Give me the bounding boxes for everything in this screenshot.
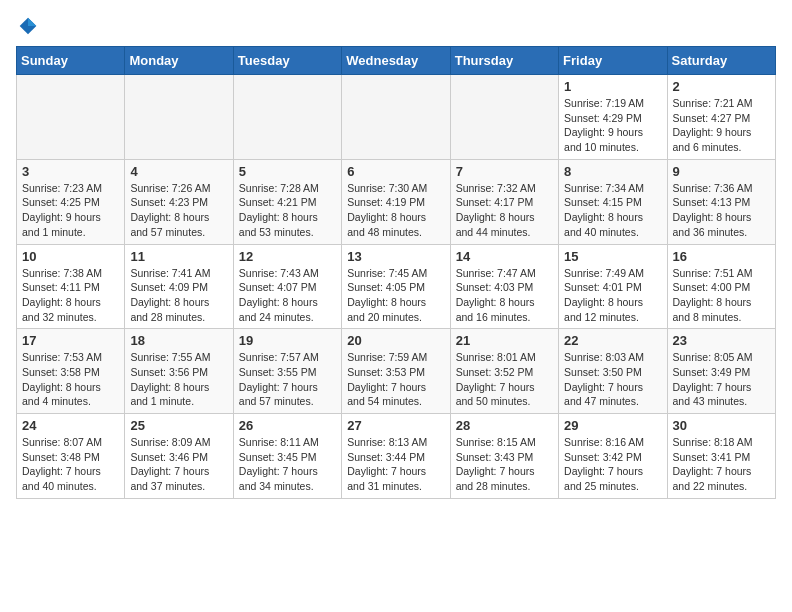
day-cell: 16Sunrise: 7:51 AMSunset: 4:00 PMDayligh… <box>667 244 775 329</box>
header <box>16 16 776 36</box>
day-info: Sunrise: 7:51 AMSunset: 4:00 PMDaylight:… <box>673 266 770 325</box>
day-cell: 1Sunrise: 7:19 AMSunset: 4:29 PMDaylight… <box>559 75 667 160</box>
day-number: 13 <box>347 249 444 264</box>
day-info: Sunrise: 8:11 AMSunset: 3:45 PMDaylight:… <box>239 435 336 494</box>
day-cell <box>342 75 450 160</box>
week-row-5: 24Sunrise: 8:07 AMSunset: 3:48 PMDayligh… <box>17 414 776 499</box>
day-info: Sunrise: 7:45 AMSunset: 4:05 PMDaylight:… <box>347 266 444 325</box>
day-info: Sunrise: 8:18 AMSunset: 3:41 PMDaylight:… <box>673 435 770 494</box>
day-info: Sunrise: 8:15 AMSunset: 3:43 PMDaylight:… <box>456 435 553 494</box>
day-cell: 21Sunrise: 8:01 AMSunset: 3:52 PMDayligh… <box>450 329 558 414</box>
header-row: SundayMondayTuesdayWednesdayThursdayFrid… <box>17 47 776 75</box>
day-info: Sunrise: 8:01 AMSunset: 3:52 PMDaylight:… <box>456 350 553 409</box>
day-cell: 30Sunrise: 8:18 AMSunset: 3:41 PMDayligh… <box>667 414 775 499</box>
day-info: Sunrise: 8:16 AMSunset: 3:42 PMDaylight:… <box>564 435 661 494</box>
day-cell: 3Sunrise: 7:23 AMSunset: 4:25 PMDaylight… <box>17 159 125 244</box>
day-number: 3 <box>22 164 119 179</box>
day-cell: 5Sunrise: 7:28 AMSunset: 4:21 PMDaylight… <box>233 159 341 244</box>
day-cell: 26Sunrise: 8:11 AMSunset: 3:45 PMDayligh… <box>233 414 341 499</box>
day-info: Sunrise: 7:36 AMSunset: 4:13 PMDaylight:… <box>673 181 770 240</box>
day-info: Sunrise: 8:07 AMSunset: 3:48 PMDaylight:… <box>22 435 119 494</box>
day-number: 15 <box>564 249 661 264</box>
calendar-table: SundayMondayTuesdayWednesdayThursdayFrid… <box>16 46 776 499</box>
day-info: Sunrise: 7:26 AMSunset: 4:23 PMDaylight:… <box>130 181 227 240</box>
day-number: 8 <box>564 164 661 179</box>
day-header-sunday: Sunday <box>17 47 125 75</box>
day-number: 20 <box>347 333 444 348</box>
day-number: 29 <box>564 418 661 433</box>
week-row-4: 17Sunrise: 7:53 AMSunset: 3:58 PMDayligh… <box>17 329 776 414</box>
day-number: 17 <box>22 333 119 348</box>
day-info: Sunrise: 7:32 AMSunset: 4:17 PMDaylight:… <box>456 181 553 240</box>
day-header-saturday: Saturday <box>667 47 775 75</box>
day-cell: 22Sunrise: 8:03 AMSunset: 3:50 PMDayligh… <box>559 329 667 414</box>
day-info: Sunrise: 7:19 AMSunset: 4:29 PMDaylight:… <box>564 96 661 155</box>
day-info: Sunrise: 7:59 AMSunset: 3:53 PMDaylight:… <box>347 350 444 409</box>
day-number: 22 <box>564 333 661 348</box>
day-number: 1 <box>564 79 661 94</box>
day-cell: 23Sunrise: 8:05 AMSunset: 3:49 PMDayligh… <box>667 329 775 414</box>
day-info: Sunrise: 8:05 AMSunset: 3:49 PMDaylight:… <box>673 350 770 409</box>
day-number: 26 <box>239 418 336 433</box>
day-number: 10 <box>22 249 119 264</box>
day-number: 2 <box>673 79 770 94</box>
day-cell: 28Sunrise: 8:15 AMSunset: 3:43 PMDayligh… <box>450 414 558 499</box>
day-cell: 13Sunrise: 7:45 AMSunset: 4:05 PMDayligh… <box>342 244 450 329</box>
day-cell: 27Sunrise: 8:13 AMSunset: 3:44 PMDayligh… <box>342 414 450 499</box>
day-cell: 12Sunrise: 7:43 AMSunset: 4:07 PMDayligh… <box>233 244 341 329</box>
day-cell: 7Sunrise: 7:32 AMSunset: 4:17 PMDaylight… <box>450 159 558 244</box>
day-cell: 14Sunrise: 7:47 AMSunset: 4:03 PMDayligh… <box>450 244 558 329</box>
day-number: 27 <box>347 418 444 433</box>
logo-icon <box>18 16 38 36</box>
week-row-1: 1Sunrise: 7:19 AMSunset: 4:29 PMDaylight… <box>17 75 776 160</box>
day-number: 14 <box>456 249 553 264</box>
day-cell: 4Sunrise: 7:26 AMSunset: 4:23 PMDaylight… <box>125 159 233 244</box>
day-info: Sunrise: 8:09 AMSunset: 3:46 PMDaylight:… <box>130 435 227 494</box>
svg-marker-1 <box>28 18 36 26</box>
day-header-thursday: Thursday <box>450 47 558 75</box>
day-number: 24 <box>22 418 119 433</box>
day-number: 4 <box>130 164 227 179</box>
day-number: 25 <box>130 418 227 433</box>
day-cell: 2Sunrise: 7:21 AMSunset: 4:27 PMDaylight… <box>667 75 775 160</box>
logo <box>16 16 38 36</box>
day-cell: 20Sunrise: 7:59 AMSunset: 3:53 PMDayligh… <box>342 329 450 414</box>
day-number: 18 <box>130 333 227 348</box>
day-cell: 19Sunrise: 7:57 AMSunset: 3:55 PMDayligh… <box>233 329 341 414</box>
day-number: 12 <box>239 249 336 264</box>
day-info: Sunrise: 7:28 AMSunset: 4:21 PMDaylight:… <box>239 181 336 240</box>
day-number: 23 <box>673 333 770 348</box>
day-number: 6 <box>347 164 444 179</box>
day-info: Sunrise: 8:03 AMSunset: 3:50 PMDaylight:… <box>564 350 661 409</box>
week-row-2: 3Sunrise: 7:23 AMSunset: 4:25 PMDaylight… <box>17 159 776 244</box>
day-cell <box>17 75 125 160</box>
day-header-wednesday: Wednesday <box>342 47 450 75</box>
day-number: 21 <box>456 333 553 348</box>
day-info: Sunrise: 7:57 AMSunset: 3:55 PMDaylight:… <box>239 350 336 409</box>
day-number: 11 <box>130 249 227 264</box>
day-info: Sunrise: 7:21 AMSunset: 4:27 PMDaylight:… <box>673 96 770 155</box>
day-header-monday: Monday <box>125 47 233 75</box>
day-cell <box>450 75 558 160</box>
day-info: Sunrise: 7:23 AMSunset: 4:25 PMDaylight:… <box>22 181 119 240</box>
day-number: 30 <box>673 418 770 433</box>
day-number: 19 <box>239 333 336 348</box>
day-number: 7 <box>456 164 553 179</box>
day-info: Sunrise: 8:13 AMSunset: 3:44 PMDaylight:… <box>347 435 444 494</box>
day-cell: 6Sunrise: 7:30 AMSunset: 4:19 PMDaylight… <box>342 159 450 244</box>
day-cell: 10Sunrise: 7:38 AMSunset: 4:11 PMDayligh… <box>17 244 125 329</box>
day-info: Sunrise: 7:55 AMSunset: 3:56 PMDaylight:… <box>130 350 227 409</box>
day-info: Sunrise: 7:49 AMSunset: 4:01 PMDaylight:… <box>564 266 661 325</box>
week-row-3: 10Sunrise: 7:38 AMSunset: 4:11 PMDayligh… <box>17 244 776 329</box>
day-number: 9 <box>673 164 770 179</box>
day-info: Sunrise: 7:41 AMSunset: 4:09 PMDaylight:… <box>130 266 227 325</box>
day-cell: 24Sunrise: 8:07 AMSunset: 3:48 PMDayligh… <box>17 414 125 499</box>
day-info: Sunrise: 7:38 AMSunset: 4:11 PMDaylight:… <box>22 266 119 325</box>
day-number: 16 <box>673 249 770 264</box>
day-cell: 17Sunrise: 7:53 AMSunset: 3:58 PMDayligh… <box>17 329 125 414</box>
day-info: Sunrise: 7:47 AMSunset: 4:03 PMDaylight:… <box>456 266 553 325</box>
day-info: Sunrise: 7:53 AMSunset: 3:58 PMDaylight:… <box>22 350 119 409</box>
day-info: Sunrise: 7:30 AMSunset: 4:19 PMDaylight:… <box>347 181 444 240</box>
day-cell: 8Sunrise: 7:34 AMSunset: 4:15 PMDaylight… <box>559 159 667 244</box>
day-cell: 18Sunrise: 7:55 AMSunset: 3:56 PMDayligh… <box>125 329 233 414</box>
